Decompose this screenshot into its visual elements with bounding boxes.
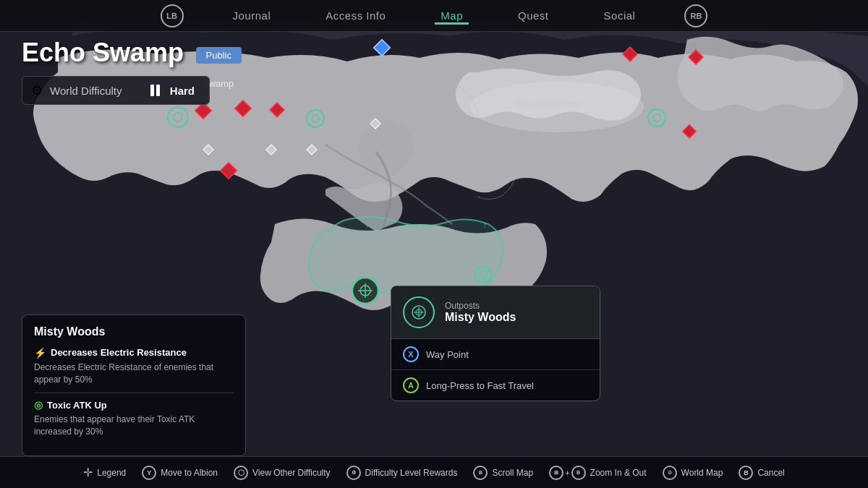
view-diff-button[interactable]: ◯	[234, 466, 248, 480]
fasttravel-label: Long-Press to Fast Travel	[426, 380, 534, 391]
nav-item-journal[interactable]: Journal	[227, 7, 277, 25]
effect-toxic: ◎ Toxic ATK Up Enemies that appear have …	[34, 399, 234, 438]
svg-text:↑: ↑	[483, 221, 488, 229]
difficulty-badge: ⚙ World Difficulty Hard	[22, 76, 210, 105]
diff-bar-2	[156, 85, 160, 96]
difficulty-rewards-action[interactable]: ⚙ Difficulty Level Rewards	[346, 466, 458, 480]
zoom-label: Zoom In & Out	[590, 468, 647, 478]
svg-text:↑: ↑	[365, 221, 370, 229]
misty-woods-panel: Misty Woods ⚡ Decreases Electric Resista…	[22, 314, 246, 456]
zoom-mod-button[interactable]: ⊞	[549, 466, 563, 480]
tooltip-header-text: Outposts Misty Woods	[445, 301, 516, 324]
move-albion-label: Move to Albion	[161, 468, 218, 478]
difficulty-icon: ⚙	[31, 82, 43, 98]
dpad-icon: ✛	[83, 466, 93, 479]
nav-item-social[interactable]: Social	[598, 7, 642, 25]
effect-electric-desc: Decreases Electric Resistance of enemies…	[34, 361, 234, 386]
tooltip-category: Outposts	[445, 301, 516, 311]
left-bumper-trigger[interactable]: LB	[161, 4, 184, 27]
zoom-action[interactable]: ⊞ + B Zoom In & Out	[549, 466, 646, 480]
tooltip-name: Misty Woods	[445, 311, 516, 324]
right-bumper-trigger[interactable]: RB	[684, 4, 707, 27]
effect-toxic-desc: Enemies that appear have their Toxic ATK…	[34, 414, 234, 438]
top-navigation: LB Journal Access Info Map Quest Social …	[0, 0, 868, 32]
nav-item-map[interactable]: Map	[435, 7, 469, 25]
effect-electric: ⚡ Decreases Electric Resistance Decrease…	[34, 347, 234, 386]
x-button[interactable]: X	[403, 346, 419, 362]
nav-item-access-info[interactable]: Access Info	[320, 7, 391, 25]
outpost-tooltip: Outposts Misty Woods X Way Point A Long-…	[391, 286, 600, 401]
diff-rewards-button[interactable]: ⚙	[346, 466, 361, 480]
legend-action[interactable]: ✛ Legend	[83, 466, 126, 479]
diff-bar-1	[150, 85, 154, 96]
world-map-button[interactable]: ⊙	[663, 466, 677, 480]
effect-electric-title: ⚡ Decreases Electric Resistance	[34, 347, 234, 359]
world-map-action[interactable]: ⊙ World Map	[663, 466, 723, 480]
b-button[interactable]: B	[739, 466, 753, 480]
view-difficulty-action[interactable]: ◯ View Other Difficulty	[234, 466, 331, 480]
view-difficulty-label: View Other Difficulty	[252, 468, 331, 478]
zoom-rs-button[interactable]: B	[571, 466, 586, 480]
world-map-label: World Map	[681, 468, 723, 478]
zoom-plus-sign: +	[565, 468, 569, 477]
tooltip-waypoint-action[interactable]: X Way Point	[391, 339, 600, 370]
rs-button[interactable]: B	[473, 466, 488, 480]
outpost-icon	[403, 296, 435, 328]
svg-text:Abandoned Zone: Abandoned Zone	[515, 99, 582, 109]
cancel-action[interactable]: B Cancel	[739, 466, 784, 480]
effect-toxic-title: ◎ Toxic ATK Up	[34, 399, 234, 411]
cancel-label: Cancel	[757, 468, 784, 478]
zoom-combo: ⊞ + B	[549, 466, 585, 480]
public-badge: Public	[196, 47, 242, 64]
panel-divider	[34, 393, 234, 393]
difficulty-rewards-label: Difficulty Level Rewards	[365, 468, 458, 478]
y-button[interactable]: Y	[142, 466, 156, 480]
difficulty-bars	[150, 85, 160, 96]
a-button[interactable]: A	[403, 377, 419, 393]
tooltip-fasttravel-action[interactable]: A Long-Press to Fast Travel	[391, 370, 600, 401]
lightning-icon: ⚡	[34, 347, 46, 359]
waypoint-label: Way Point	[426, 349, 469, 360]
toxic-icon: ◎	[34, 399, 43, 411]
misty-woods-title: Misty Woods	[34, 325, 234, 338]
difficulty-label: World Difficulty	[50, 85, 143, 97]
move-albion-action[interactable]: Y Move to Albion	[142, 466, 218, 480]
scroll-map-label: Scroll Map	[492, 468, 533, 478]
bottom-bar: ✛ Legend Y Move to Albion ◯ View Other D…	[0, 456, 868, 488]
location-header: Echo Swamp Public	[22, 38, 242, 68]
nav-item-quest[interactable]: Quest	[512, 7, 555, 25]
location-title: Echo Swamp	[22, 38, 184, 67]
difficulty-value: Hard	[170, 85, 195, 97]
scroll-map-action[interactable]: B Scroll Map	[473, 466, 533, 480]
tooltip-header: Outposts Misty Woods	[391, 286, 600, 339]
legend-label: Legend	[97, 468, 126, 478]
